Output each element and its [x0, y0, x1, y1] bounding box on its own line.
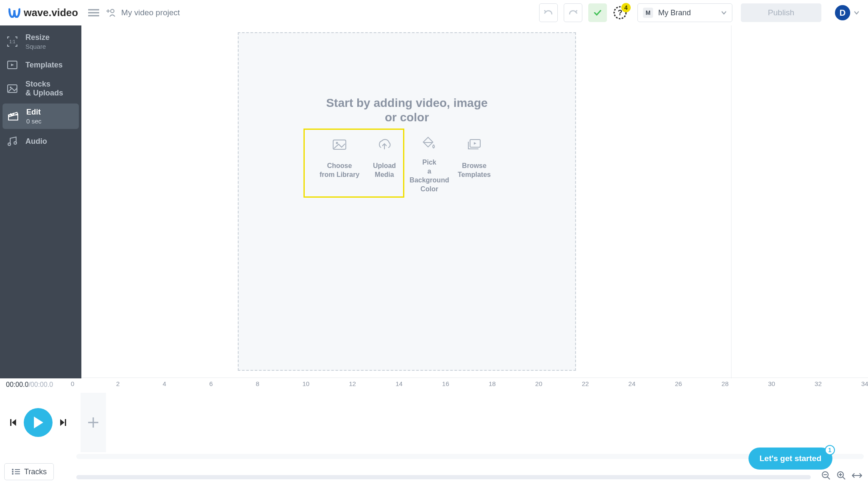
option-pick-color[interactable]: Picka BackgroundColor [407, 128, 452, 196]
clapper-icon [7, 110, 19, 123]
account-chevron-icon[interactable] [854, 11, 860, 15]
svg-point-32 [12, 469, 14, 470]
canvas-area: Start by adding video, image or color Ch… [81, 25, 868, 378]
bottom-scrollbar[interactable] [76, 475, 811, 479]
sidebar-item-label: Edit [26, 108, 42, 117]
sidebar-item-label: Stocks & Uploads [25, 80, 63, 98]
timeline-scrollbar[interactable] [76, 454, 864, 459]
ruler-tick: 6 [209, 380, 213, 387]
redo-icon [568, 9, 578, 17]
tracks-label: Tracks [24, 467, 47, 476]
right-guide [731, 25, 732, 378]
timecode: 00:00.0/00:00.0 [6, 381, 53, 389]
zoom-in-button[interactable] [837, 471, 846, 480]
check-icon [594, 10, 601, 16]
canvas-heading: Start by adding video, image or color [239, 96, 575, 125]
saved-status[interactable] [588, 3, 607, 22]
ruler-tick: 12 [349, 380, 356, 387]
svg-point-12 [10, 87, 11, 88]
sidebar-item-label: Audio [25, 137, 47, 146]
ruler-tick: 18 [489, 380, 496, 387]
avatar[interactable]: D [835, 5, 850, 20]
svg-point-17 [14, 142, 17, 144]
next-button[interactable] [60, 419, 66, 426]
svg-point-34 [12, 471, 14, 473]
zoom-out-button[interactable] [821, 471, 831, 480]
option-choose-library[interactable]: Choosefrom Library [317, 128, 362, 196]
logo[interactable]: wave.video [8, 7, 78, 19]
plus-icon [87, 417, 99, 428]
publish-button[interactable]: Publish [741, 3, 821, 22]
sidebar-item-sub: Square [25, 43, 50, 50]
music-icon [6, 135, 19, 148]
ruler-tick: 24 [629, 380, 636, 387]
svg-point-16 [8, 143, 11, 145]
ruler-tick: 14 [395, 380, 403, 387]
ruler-tick: 34 [861, 380, 868, 387]
menu-icon[interactable] [88, 8, 99, 17]
sidebar-item-stocks[interactable]: Stocks & Uploads [0, 76, 81, 102]
sidebar-item-label: Resize [25, 33, 50, 42]
sidebar-item-sub: 0 sec [26, 118, 42, 125]
svg-line-14 [11, 113, 11, 116]
playback-controls [0, 408, 76, 437]
ruler-tick: 32 [815, 380, 822, 387]
undo-button[interactable] [539, 3, 558, 22]
add-person-icon[interactable] [105, 8, 115, 17]
svg-line-42 [843, 477, 845, 479]
svg-rect-25 [10, 419, 11, 426]
canvas-options: Choosefrom Library UploadMedia Picka Bac… [239, 128, 575, 196]
sidebar-item-audio[interactable]: Audio [0, 131, 81, 152]
sidebar-item-templates[interactable]: Templates [0, 54, 81, 76]
chevron-down-icon [721, 11, 727, 15]
ruler-tick: 8 [256, 380, 259, 387]
ruler-tick: 2 [116, 380, 120, 387]
svg-marker-24 [474, 142, 476, 145]
image-icon [6, 82, 19, 95]
divider [81, 378, 868, 378]
ruler-tick: 28 [721, 380, 729, 387]
add-clip-button[interactable] [81, 393, 106, 452]
help-button[interactable]: ? 4 [613, 6, 627, 20]
ruler-tick: 22 [582, 380, 589, 387]
project-title[interactable]: My video project [121, 8, 180, 17]
canvas[interactable]: Start by adding video, image or color Ch… [238, 32, 576, 371]
undo-icon [544, 9, 553, 17]
ruler-tick: 0 [71, 380, 74, 387]
onboarding-badge: 1 [825, 445, 835, 455]
tracks-button[interactable]: Tracks [4, 463, 54, 480]
option-upload-media[interactable]: UploadMedia [362, 128, 407, 196]
option-browse-templates[interactable]: BrowseTemplates [452, 128, 497, 196]
ruler-tick: 30 [768, 380, 775, 387]
ruler[interactable]: 0246810121416182022242628303234 [72, 378, 864, 389]
timeline: 00:00.0/00:00.0 024681012141618202224262… [0, 378, 868, 484]
sidebar: 1:1 Resize Square Templates Stocks & Upl… [0, 25, 81, 378]
redo-button[interactable] [564, 3, 582, 22]
svg-rect-29 [65, 419, 66, 426]
tracks-icon [11, 468, 20, 475]
play-button[interactable] [24, 408, 53, 437]
sidebar-item-label: Templates [25, 61, 63, 70]
ruler-tick: 10 [302, 380, 309, 387]
zoom-fit-button[interactable] [852, 473, 862, 478]
ruler-tick: 20 [535, 380, 542, 387]
onboarding-pill[interactable]: Let's get started 1 [748, 448, 832, 470]
brand-chip: M [643, 8, 653, 18]
svg-marker-10 [11, 64, 14, 66]
zoom-controls [821, 471, 862, 480]
brand-select[interactable]: M My Brand [637, 3, 732, 22]
sidebar-item-edit[interactable]: Edit 0 sec [3, 104, 79, 129]
sidebar-item-resize[interactable]: 1:1 Resize Square [0, 29, 81, 54]
resize-icon: 1:1 [6, 35, 19, 48]
templates-stack-icon [466, 138, 482, 151]
svg-marker-26 [12, 419, 16, 426]
svg-text:1:1: 1:1 [9, 39, 15, 44]
onboarding-label: Let's get started [760, 454, 821, 463]
svg-point-5 [111, 9, 114, 13]
logo-text: wave.video [24, 7, 78, 19]
ruler-tick: 16 [442, 380, 449, 387]
prev-button[interactable] [10, 419, 16, 426]
paint-bucket-icon [422, 137, 437, 151]
svg-point-19 [336, 142, 338, 144]
svg-marker-28 [60, 419, 64, 426]
